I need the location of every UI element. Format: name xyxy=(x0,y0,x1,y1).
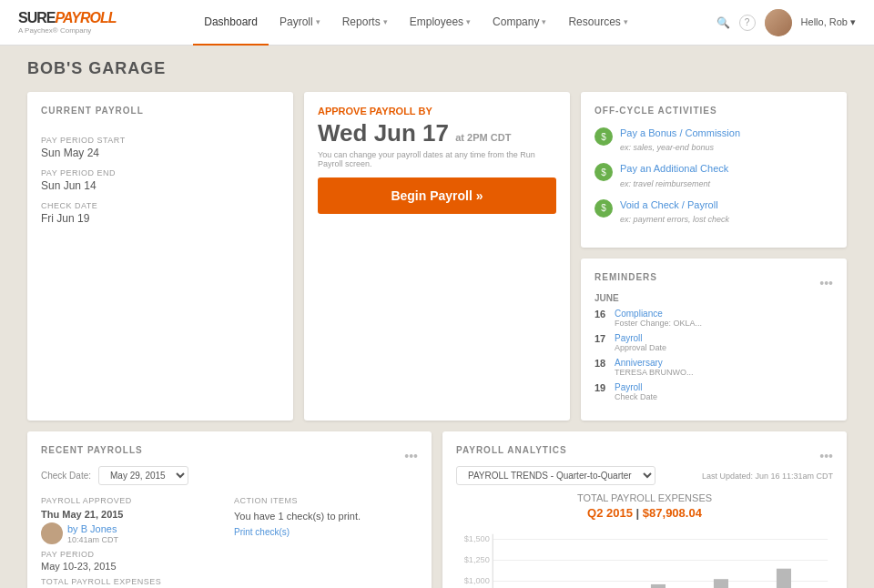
avatar[interactable] xyxy=(765,9,792,36)
begin-payroll-button[interactable]: Begin Payroll » xyxy=(318,177,556,214)
reminder-sub-1: Approval Date xyxy=(615,343,666,352)
pay-period-value-recent: May 10-23, 2015 xyxy=(41,561,225,572)
svg-rect-31 xyxy=(777,569,791,588)
logo-sure: SURE xyxy=(18,10,55,25)
nav-dashboard[interactable]: Dashboard xyxy=(193,0,269,46)
nav-payroll[interactable]: Payroll ▾ xyxy=(269,0,331,46)
pay-period-end-label: PAY PERIOD END xyxy=(41,168,279,177)
approved-by: by B Jones xyxy=(67,523,117,534)
nav-company[interactable]: Company ▾ xyxy=(482,0,557,46)
reminders-dots[interactable]: ••• xyxy=(819,276,833,290)
reminder-3: 19 Payroll Check Date xyxy=(595,382,833,401)
activity-text-1[interactable]: Pay an Additional Check xyxy=(620,162,728,176)
recent-payrolls-title: RECENT PAYROLLS xyxy=(41,445,143,455)
dashboard-bottom-grid: RECENT PAYROLLS ••• Check Date: May 29, … xyxy=(27,431,847,588)
activity-icon-0: $ xyxy=(595,127,613,146)
action-items-col: ACTION ITEMS You have 1 check(s) to prin… xyxy=(234,496,418,588)
analytics-updated: Last Updated: Jun 16 11:31am CDT xyxy=(702,471,833,481)
svg-text:$1,500: $1,500 xyxy=(464,534,490,543)
payroll-info-col: PAYROLL APPROVED Thu May 21, 2015 by B J… xyxy=(41,496,225,588)
analytics-trend-select[interactable]: PAYROLL TRENDS - Quarter-to-Quarter xyxy=(456,466,656,485)
current-payroll-card: CURRENT PAYROLL PAY PERIOD START Sun May… xyxy=(27,92,293,421)
action-items-text: You have 1 check(s) to print. xyxy=(234,509,418,524)
user-thumb xyxy=(41,522,63,544)
deadline-time: at 2PM CDT xyxy=(455,132,511,143)
analytics-chart-title: TOTAL PAYROLL EXPENSES xyxy=(456,492,833,503)
payroll-analytics-title: PAYROLL ANALYTICS xyxy=(456,445,567,455)
reminder-label-1[interactable]: Payroll xyxy=(615,333,666,343)
reminder-date-2: 18 xyxy=(595,358,609,369)
logo-payroll: PAYROLL xyxy=(55,10,116,25)
pay-period-label-recent: PAY PERIOD xyxy=(41,550,225,559)
dashboard-top-grid: CURRENT PAYROLL PAY PERIOD START Sun May… xyxy=(27,92,847,421)
off-cycle-card: OFF-CYCLE ACTIVITIES $ Pay a Bonus / Com… xyxy=(581,92,847,248)
activity-icon-2: $ xyxy=(595,199,613,218)
activity-item-0: $ Pay a Bonus / Commission ex: sales, ye… xyxy=(595,127,833,153)
check-date-row: Check Date: May 29, 2015 xyxy=(41,466,418,485)
user-name[interactable]: Hello, Rob ▾ xyxy=(801,16,856,28)
activity-sub-1: ex: travel reimbursement xyxy=(620,179,710,188)
print-checks-link[interactable]: Print check(s) xyxy=(234,527,418,537)
nav-area: Dashboard Payroll ▾ Reports ▾ Employees … xyxy=(117,0,716,46)
approved-time: 10:41am CDT xyxy=(67,535,118,544)
deadline-date: Wed Jun 17 at 2PM CDT xyxy=(318,119,556,147)
pay-period-start-value: Sun May 24 xyxy=(41,147,279,159)
recent-payrolls-card: RECENT PAYROLLS ••• Check Date: May 29, … xyxy=(27,431,432,588)
analytics-header: PAYROLL TRENDS - Quarter-to-Quarter Last… xyxy=(456,466,833,485)
recent-payrolls-dots[interactable]: ••• xyxy=(404,449,418,463)
reminder-date-3: 19 xyxy=(595,382,609,393)
nav-employees[interactable]: Employees ▾ xyxy=(399,0,482,46)
reminder-sub-2: TERESA BRUNWO... xyxy=(615,368,694,377)
page-title: BOB'S GARAGE xyxy=(27,59,847,78)
check-date-row-label: Check Date: xyxy=(41,471,91,481)
payroll-approved-label: PAYROLL APPROVED xyxy=(41,496,225,505)
activity-sub-2: ex: payment errors, lost check xyxy=(620,215,729,224)
check-date-select[interactable]: May 29, 2015 xyxy=(98,466,188,485)
activity-icon-1: $ xyxy=(595,163,613,181)
help-icon[interactable]: ? xyxy=(739,15,756,31)
pay-period-start-label: PAY PERIOD START xyxy=(41,136,279,145)
reminder-label-0[interactable]: Compliance xyxy=(615,309,702,319)
top-bar: SUREPAYROLL A Paychex® Company Dashboard… xyxy=(0,0,874,46)
activity-text-2[interactable]: Void a Check / Payroll xyxy=(620,198,729,212)
activity-item-1: $ Pay an Additional Check ex: travel rei… xyxy=(595,162,833,188)
svg-rect-27 xyxy=(714,579,728,588)
search-icon[interactable]: 🔍 xyxy=(716,16,730,29)
pay-period-end-value: Sun Jun 14 xyxy=(41,179,279,192)
approve-payroll-card: APPROVE PAYROLL BY Wed Jun 17 at 2PM CDT… xyxy=(304,92,570,421)
reminder-1: 17 Payroll Approval Date xyxy=(595,333,833,352)
bar-chart-svg: $1,500 $1,250 $1,000 $750 $500 $250 xyxy=(456,529,833,588)
total-expenses-label: TOTAL PAYROLL EXPENSES xyxy=(41,577,225,586)
reminder-0: 16 Compliance Foster Change: OKLA... xyxy=(595,309,833,328)
main-content: BOB'S GARAGE CURRENT PAYROLL PAY PERIOD … xyxy=(0,46,874,588)
off-cycle-title: OFF-CYCLE ACTIVITIES xyxy=(595,106,833,116)
svg-rect-23 xyxy=(651,584,666,588)
activity-item-2: $ Void a Check / Payroll ex: payment err… xyxy=(595,198,833,225)
approve-label: APPROVE PAYROLL BY xyxy=(318,106,556,117)
nav-resources[interactable]: Resources ▾ xyxy=(557,0,638,46)
reminder-2: 18 Anniversary TERESA BRUNWO... xyxy=(595,358,833,377)
reminder-sub-3: Check Date xyxy=(615,392,657,401)
payroll-analytics-card: PAYROLL ANALYTICS ••• PAYROLL TRENDS - Q… xyxy=(442,431,847,588)
approved-date: Thu May 21, 2015 xyxy=(41,509,225,520)
reminder-date-0: 16 xyxy=(595,309,609,319)
activity-text-0[interactable]: Pay a Bonus / Commission xyxy=(620,127,740,140)
analytics-dots[interactable]: ••• xyxy=(819,449,833,463)
check-date-value: Fri Jun 19 xyxy=(41,212,279,225)
action-items-label: ACTION ITEMS xyxy=(234,496,418,505)
current-payroll-title: CURRENT PAYROLL xyxy=(41,106,144,116)
svg-text:$1,000: $1,000 xyxy=(464,576,490,585)
reminder-label-3[interactable]: Payroll xyxy=(615,382,657,392)
activity-sub-0: ex: sales, year-end bonus xyxy=(620,143,714,152)
nav-reports[interactable]: Reports ▾ xyxy=(331,0,399,46)
logo-subtitle: A Paychex® Company xyxy=(18,26,117,35)
analytics-chart-subtitle: Q2 2015 | $87,908.04 xyxy=(456,506,833,520)
logo-area: SUREPAYROLL A Paychex® Company xyxy=(18,10,117,35)
reminders-card: REMINDERS ••• JUNE 16 Compliance Foster … xyxy=(581,259,847,421)
check-date-label: CHECK DATE xyxy=(41,201,279,210)
reminders-title: REMINDERS xyxy=(595,272,657,282)
reminder-label-2[interactable]: Anniversary xyxy=(615,358,694,368)
reminder-sub-0: Foster Change: OKLA... xyxy=(615,319,702,328)
reminder-month: JUNE xyxy=(595,293,833,303)
payroll-note: You can change your payroll dates at any… xyxy=(318,150,556,168)
